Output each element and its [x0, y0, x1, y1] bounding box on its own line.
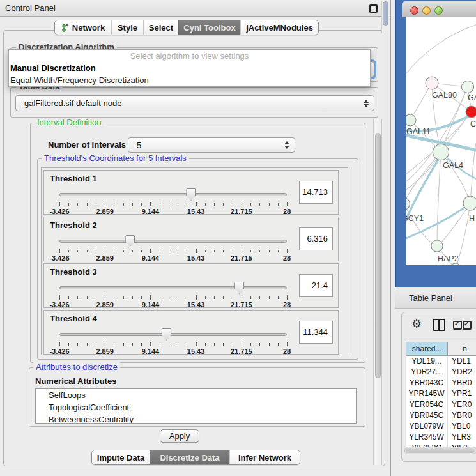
table-row[interactable]: YDL19... YDL1 — [406, 356, 476, 367]
tab-cyni-toolbox[interactable]: Cyni Toolbox — [178, 20, 240, 35]
float-window-icon[interactable] — [369, 4, 378, 13]
group-legend: Attributes to discretize — [33, 362, 120, 372]
slider-thumb[interactable] — [186, 188, 196, 201]
cell-shared-name[interactable]: YER054C — [406, 399, 448, 410]
threshold-slider[interactable]: -3.4262.8599.14415.4321.71528 — [59, 235, 287, 261]
network-node[interactable] — [466, 106, 476, 118]
numerical-attributes-list[interactable]: SelfLoops TopologicalCoefficient Between… — [35, 388, 357, 424]
attribute-list-item[interactable]: BetweennessCentrality — [36, 413, 356, 424]
table-row[interactable]: YPR145W YPR1 — [406, 388, 476, 399]
table-data-combo[interactable]: galFiltered.sif default node — [15, 95, 374, 111]
attribute-list-item[interactable]: SelfLoops — [36, 389, 356, 401]
slider-thumb[interactable] — [162, 328, 171, 341]
scrollbar-thumb[interactable] — [375, 133, 381, 378]
network-nodes: GAL80GACGAL11GAL4GCY1HHAP2 — [406, 77, 476, 265]
attribute-list-item[interactable]: TopologicalCoefficient — [36, 401, 356, 413]
table-row[interactable]: YDR27... YDR2 — [406, 367, 476, 378]
cell-shared-name[interactable]: YLR345W — [406, 432, 448, 443]
cell-shared-name[interactable]: YDL19... — [406, 356, 448, 367]
cell-name[interactable]: YBR0 — [448, 378, 476, 388]
network-node[interactable] — [426, 77, 438, 89]
tab-impute-data[interactable]: Impute Data — [92, 450, 150, 464]
tab-label: Discretize Data — [160, 453, 219, 463]
network-node[interactable] — [462, 81, 474, 93]
network-node-label: GA — [468, 93, 476, 102]
checkbox-icon[interactable] — [463, 321, 472, 330]
scrollbar-thumb[interactable] — [383, 1, 388, 26]
threshold-slider[interactable]: -3.4262.8599.14415.4321.71528 — [59, 328, 287, 354]
cell-name[interactable]: YPR1 — [448, 388, 476, 399]
close-traffic-light[interactable] — [410, 6, 418, 15]
popup-item-manual-discretization[interactable]: Manual Discretization — [9, 62, 370, 74]
tab-select[interactable]: Select — [143, 20, 178, 35]
network-node[interactable] — [433, 144, 449, 160]
network-node[interactable] — [406, 114, 416, 126]
gear-icon[interactable]: ⚙ — [411, 318, 422, 330]
slider-track[interactable] — [59, 333, 287, 336]
threshold-value-field[interactable]: 14.713 — [299, 181, 333, 204]
group-legend: Threshold's Coordinates for 5 Intervals — [42, 153, 189, 163]
slider-thumb[interactable] — [125, 235, 135, 247]
cell-shared-name[interactable]: YPR145W — [406, 388, 448, 399]
scrollbar-thumb[interactable] — [406, 448, 475, 453]
table-panel-header: Table Panel — [395, 288, 476, 309]
threshold-value-field[interactable]: 21.4 — [299, 274, 333, 297]
network-node[interactable] — [406, 198, 410, 210]
network-node-label: GAL4 — [443, 161, 463, 170]
combo-value: 5 — [137, 138, 141, 153]
table-row[interactable]: YBR043C YBR0 — [406, 378, 476, 388]
threshold-box: Threshold 1 -3.4262.8599.14415.4321.7152… — [43, 170, 339, 215]
tab-network[interactable]: Network — [55, 20, 111, 35]
threshold-box: Threshold 4 -3.4262.8599.14415.4321.7152… — [43, 310, 339, 355]
table-row[interactable]: YER054C YER0 — [406, 399, 476, 410]
tab-label: Infer Network — [238, 453, 291, 463]
tab-jactivemnodules[interactable]: jActiveMNodules — [240, 20, 318, 35]
minimize-traffic-light[interactable] — [422, 6, 431, 15]
tab-infer-network[interactable]: Infer Network — [229, 450, 300, 464]
column-header-name[interactable]: n — [448, 342, 476, 356]
cell-shared-name[interactable]: YBR043C — [406, 378, 448, 388]
cell-shared-name[interactable]: YBL079W — [406, 421, 448, 432]
network-node-label: GAL11 — [406, 127, 431, 136]
tab-style[interactable]: Style — [111, 20, 143, 35]
apply-button[interactable]: Apply — [160, 429, 199, 443]
table-horizontal-scrollbar[interactable] — [404, 447, 476, 454]
network-node[interactable] — [463, 196, 476, 210]
number-of-intervals-combo[interactable]: 5 — [128, 137, 295, 153]
cell-shared-name[interactable]: YDR27... — [406, 367, 448, 378]
checkbox-icon[interactable] — [453, 321, 462, 330]
threshold-slider[interactable]: -3.4262.8599.14415.4321.71528 — [59, 282, 287, 307]
network-window-titlebar[interactable] — [402, 1, 476, 17]
slider-track[interactable] — [59, 193, 287, 196]
cell-name[interactable]: YBL0 — [448, 421, 476, 432]
popup-item-equal-width[interactable]: Equal Width/Frequency Discretization — [9, 74, 370, 86]
tab-label: Cyni Toolbox — [183, 23, 235, 33]
table-row[interactable]: YBL079W YBL0 — [406, 421, 476, 432]
threshold-label: Threshold 2 — [50, 220, 97, 230]
slider-track[interactable] — [59, 286, 287, 289]
cell-name[interactable]: YBR0 — [448, 410, 476, 421]
cell-name[interactable]: YER0 — [448, 399, 476, 410]
cell-name[interactable]: YDL1 — [448, 356, 476, 367]
slider-thumb[interactable] — [234, 282, 244, 294]
threshold-value-field[interactable]: 6.316 — [299, 227, 333, 250]
table-row[interactable]: YLR345W YLR3 — [406, 432, 476, 443]
threshold-value-field[interactable]: 11.344 — [299, 321, 333, 344]
column-header-shared-name[interactable]: shared... — [406, 342, 448, 356]
slider-scale: -3.4262.8599.14415.4321.71528 — [59, 301, 287, 309]
attributes-scrollbar[interactable] — [381, 1, 390, 33]
split-columns-icon[interactable] — [433, 319, 445, 331]
cell-name[interactable]: YDR2 — [448, 367, 476, 378]
main-scrollbar[interactable] — [373, 119, 382, 465]
tab-discretize-data[interactable]: Discretize Data — [150, 450, 229, 464]
slider-ticks — [59, 295, 287, 300]
combo-arrows-icon — [284, 141, 289, 149]
zoom-traffic-light[interactable] — [434, 6, 443, 15]
cell-name[interactable]: YLR3 — [448, 432, 476, 443]
cell-shared-name[interactable]: YBR045C — [406, 410, 448, 421]
threshold-slider[interactable]: -3.4262.8599.14415.4321.71528 — [59, 188, 287, 214]
network-node[interactable] — [431, 240, 443, 252]
table-row[interactable]: YBR045C YBR0 — [406, 410, 476, 421]
slider-track[interactable] — [59, 240, 287, 243]
network-canvas[interactable]: GAL80GACGAL11GAL4GCY1HHAP2 — [406, 17, 476, 265]
